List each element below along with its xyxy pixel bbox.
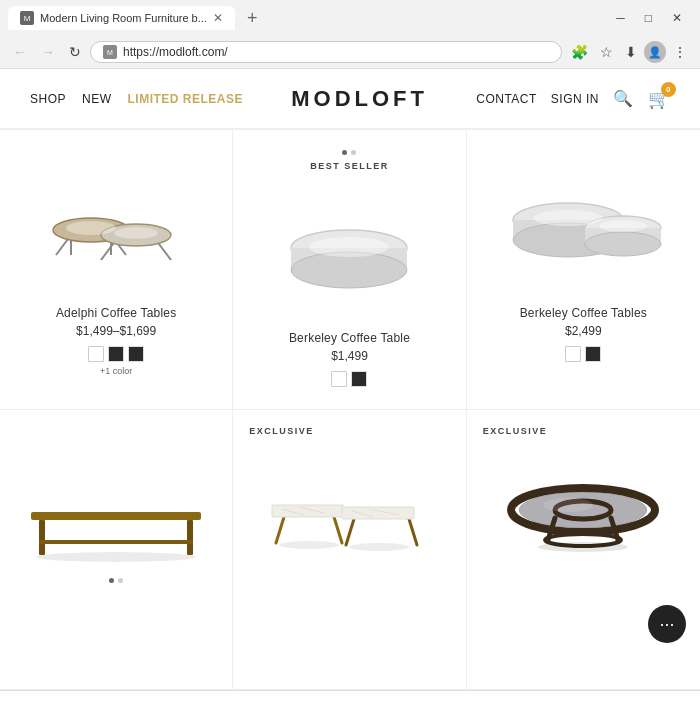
product-card-glass-round[interactable]: EXCLUSIVE xyxy=(467,410,700,690)
product-image-bench xyxy=(16,430,216,570)
svg-point-37 xyxy=(279,541,339,549)
svg-point-12 xyxy=(291,252,407,288)
bottom-bar: ♿ 📦 FREE SHIPPING & RETURNS 💲 SIMPLE FIN… xyxy=(0,690,700,700)
tab-close-button[interactable]: ✕ xyxy=(213,11,223,25)
browser-tab[interactable]: M Modern Living Room Furniture b... ✕ xyxy=(8,6,235,30)
chat-button[interactable]: ··· xyxy=(648,605,686,643)
cart-button[interactable]: 🛒 0 xyxy=(648,88,671,110)
swatch-dark[interactable] xyxy=(585,346,601,362)
profile-button[interactable]: 👤 xyxy=(644,41,666,63)
nav-new-link[interactable]: NEW xyxy=(82,92,112,106)
product-name-adelphi: Adelphi Coffee Tables xyxy=(56,306,177,320)
product-card-marble[interactable]: EXCLUSIVE xyxy=(233,410,466,690)
product-image-glass-round xyxy=(483,430,684,570)
forward-button[interactable]: → xyxy=(36,41,60,63)
product-image-marble xyxy=(249,430,449,570)
chat-icon: ··· xyxy=(659,614,674,635)
svg-line-32 xyxy=(346,519,354,545)
more-colors-adelphi: +1 color xyxy=(100,366,132,376)
product-card-bench[interactable] xyxy=(0,410,233,690)
product-name-berkeley: Berkeley Coffee Table xyxy=(289,331,410,345)
nav-contact-link[interactable]: CONTACT xyxy=(476,92,537,106)
svg-line-27 xyxy=(276,517,284,543)
product-card-adelphi[interactable]: Adelphi Coffee Tables $1,499–$1,699 +1 c… xyxy=(0,130,233,410)
cart-badge: 0 xyxy=(661,82,676,97)
svg-point-19 xyxy=(585,232,661,256)
swatch-dark[interactable] xyxy=(351,371,367,387)
tab-favicon: M xyxy=(20,11,34,25)
product-price-berkeley-multi: $2,499 xyxy=(565,324,602,338)
maximize-button[interactable]: □ xyxy=(635,7,662,29)
svg-point-26 xyxy=(36,552,196,562)
color-swatches-berkeley xyxy=(331,371,367,387)
nav-left: SHOP NEW LIMITED RELEASE xyxy=(30,92,243,106)
best-seller-badge: BEST SELLER xyxy=(310,161,389,171)
swatch-dark-1[interactable] xyxy=(108,346,124,362)
swatch-dark-2[interactable] xyxy=(128,346,144,362)
svg-rect-25 xyxy=(39,540,193,544)
svg-rect-23 xyxy=(39,520,45,555)
swatch-white[interactable] xyxy=(565,346,581,362)
svg-rect-34 xyxy=(342,507,414,519)
new-tab-button[interactable]: + xyxy=(241,8,264,29)
svg-point-8 xyxy=(66,221,116,235)
site-nav: SHOP NEW LIMITED RELEASE MODLOFT CONTACT… xyxy=(0,69,700,129)
svg-point-20 xyxy=(533,210,603,226)
address-bar[interactable]: M https://modloft.com/ xyxy=(90,41,562,63)
dot-2 xyxy=(351,150,356,155)
page-content: SHOP NEW LIMITED RELEASE MODLOFT CONTACT… xyxy=(0,69,700,700)
product-card-berkeley-multi[interactable]: Berkeley Coffee Tables $2,499 xyxy=(467,130,700,410)
tab-title: Modern Living Room Furniture b... xyxy=(40,12,207,24)
dots-indicator xyxy=(342,150,356,155)
svg-point-46 xyxy=(538,542,628,552)
nav-shop-link[interactable]: SHOP xyxy=(30,92,66,106)
browser-titlebar: M Modern Living Room Furniture b... ✕ + … xyxy=(0,0,700,36)
product-image-berkeley-multi xyxy=(483,150,684,290)
product-image-berkeley xyxy=(249,175,449,315)
toolbar-right: 🧩 ☆ ⬇ 👤 ⋮ xyxy=(566,40,692,64)
swatch-white[interactable] xyxy=(331,371,347,387)
search-icon[interactable]: 🔍 xyxy=(613,89,634,108)
minimize-button[interactable]: ─ xyxy=(606,7,635,29)
back-button[interactable]: ← xyxy=(8,41,32,63)
svg-point-21 xyxy=(599,220,647,232)
product-image-adelphi xyxy=(16,150,216,290)
dots-indicator-bench xyxy=(109,578,123,583)
product-grid: Adelphi Coffee Tables $1,499–$1,699 +1 c… xyxy=(0,129,700,690)
product-card-berkeley-single[interactable]: BEST SELLER Berkeley Coffee Table $1,499 xyxy=(233,130,466,410)
downloads-button[interactable]: ⬇ xyxy=(620,40,642,64)
nav-right: CONTACT SIGN IN 🔍 🛒 0 xyxy=(476,88,670,110)
svg-rect-22 xyxy=(31,512,201,520)
swatch-white[interactable] xyxy=(88,346,104,362)
bookmarks-button[interactable]: ☆ xyxy=(595,40,618,64)
refresh-button[interactable]: ↻ xyxy=(64,41,86,63)
svg-point-45 xyxy=(543,498,593,512)
nav-signin-link[interactable]: SIGN IN xyxy=(551,92,599,106)
site-secure-icon: M xyxy=(103,45,117,59)
color-swatches-adelphi xyxy=(88,346,144,362)
color-swatches-berkeley-multi xyxy=(565,346,601,362)
url-text: https://modloft.com/ xyxy=(123,45,549,59)
dot-1 xyxy=(109,578,114,583)
svg-line-28 xyxy=(334,517,342,543)
dot-2 xyxy=(118,578,123,583)
product-price-adelphi: $1,499–$1,699 xyxy=(76,324,156,338)
menu-button[interactable]: ⋮ xyxy=(668,40,692,64)
extensions-button[interactable]: 🧩 xyxy=(566,40,593,64)
product-price-berkeley: $1,499 xyxy=(331,349,368,363)
svg-point-9 xyxy=(114,227,158,239)
close-button[interactable]: ✕ xyxy=(662,7,692,29)
dot-1 xyxy=(342,150,347,155)
svg-point-13 xyxy=(309,237,389,257)
nav-limited-release-link[interactable]: LIMITED RELEASE xyxy=(128,92,244,106)
svg-point-38 xyxy=(349,543,409,551)
browser-toolbar: ← → ↻ M https://modloft.com/ 🧩 ☆ ⬇ 👤 ⋮ xyxy=(0,36,700,68)
svg-rect-29 xyxy=(272,505,344,517)
browser-chrome: M Modern Living Room Furniture b... ✕ + … xyxy=(0,0,700,69)
svg-line-33 xyxy=(409,519,417,545)
product-name-berkeley-multi: Berkeley Coffee Tables xyxy=(520,306,647,320)
svg-rect-24 xyxy=(187,520,193,555)
brand-logo[interactable]: MODLOFT xyxy=(243,86,476,112)
window-controls: ─ □ ✕ xyxy=(606,7,692,29)
